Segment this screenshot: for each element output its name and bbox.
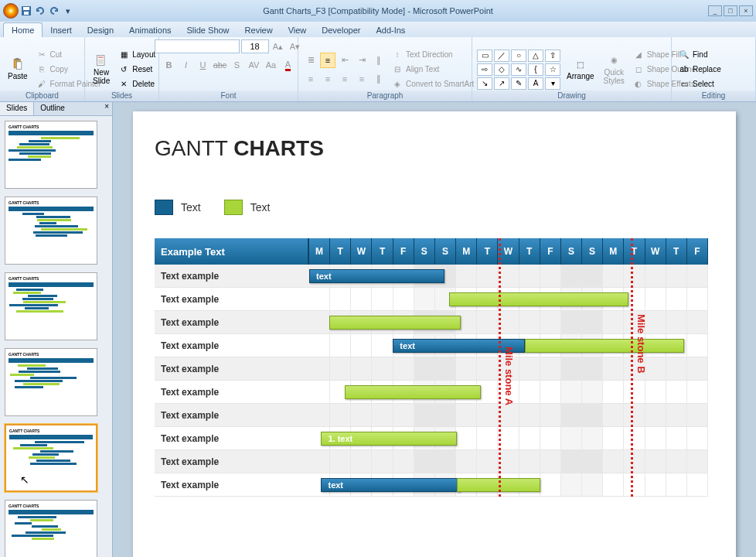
gantt-bar[interactable]: text bbox=[309, 269, 444, 283]
shape-tri[interactable]: △ bbox=[528, 50, 543, 62]
gantt-bar[interactable]: text bbox=[321, 478, 461, 492]
shape-conn2[interactable]: ↗ bbox=[494, 77, 509, 90]
underline-button[interactable]: U bbox=[196, 57, 211, 73]
new-slide-button[interactable]: New Slide bbox=[90, 53, 113, 87]
replace-button[interactable]: abReplace bbox=[676, 63, 723, 77]
font-size-combo[interactable] bbox=[241, 39, 269, 53]
slide-thumbnail[interactable]: GANTT CHARTS bbox=[5, 272, 97, 340]
shape-callout[interactable]: ◇ bbox=[494, 63, 509, 76]
milestone-label[interactable]: Mile stone A bbox=[503, 347, 515, 405]
shape-arrow-up[interactable]: ⇧ bbox=[545, 50, 560, 62]
shape-brace[interactable]: { bbox=[528, 63, 543, 76]
reset-button[interactable]: ↺Reset bbox=[116, 63, 157, 77]
close-button[interactable]: × bbox=[739, 5, 753, 16]
convert-smartart-button[interactable]: ◈Convert to SmartArt bbox=[390, 77, 475, 91]
tab-design[interactable]: Design bbox=[80, 23, 121, 37]
qat-dropdown-icon[interactable]: ▾ bbox=[62, 5, 74, 17]
bullets-button[interactable]: ≣ bbox=[303, 53, 318, 68]
office-button[interactable] bbox=[3, 3, 19, 19]
columns-button[interactable]: ‖ bbox=[371, 71, 387, 87]
shape-text[interactable]: A bbox=[528, 77, 543, 90]
numbering-button[interactable]: ≡ bbox=[320, 53, 335, 68]
find-button[interactable]: 🔍Find bbox=[676, 48, 723, 62]
gantt-bar[interactable] bbox=[345, 385, 480, 399]
slide-thumbnail[interactable]: GANTT CHARTS bbox=[5, 196, 97, 265]
copy-icon: ⎘ bbox=[36, 63, 48, 76]
gantt-row: Text example bbox=[155, 381, 708, 404]
char-spacing-button[interactable]: AV bbox=[247, 57, 262, 73]
font-color-button[interactable]: A bbox=[281, 57, 296, 73]
change-case-button[interactable]: Aa bbox=[264, 57, 279, 73]
shape-free[interactable]: ✎ bbox=[511, 77, 526, 90]
slide-area[interactable]: GANTT CHARTS TextText Example Text MTWTF… bbox=[113, 102, 756, 557]
gantt-bar[interactable] bbox=[525, 339, 684, 353]
tab-review[interactable]: Review bbox=[237, 23, 281, 37]
slide-title[interactable]: GANTT CHARTS bbox=[155, 136, 714, 161]
milestone-line[interactable] bbox=[499, 238, 501, 497]
tab-insert[interactable]: Insert bbox=[43, 23, 80, 37]
paste-button[interactable]: Paste bbox=[5, 56, 31, 82]
tab-outline[interactable]: Outline bbox=[34, 102, 71, 115]
shape-oval[interactable]: ○ bbox=[511, 50, 526, 62]
align-right-button[interactable]: ≡ bbox=[337, 71, 352, 87]
redo-icon[interactable] bbox=[48, 5, 60, 17]
shapes-more[interactable]: ▾ bbox=[545, 77, 560, 90]
slides-pane: Slides Outline × GANTT CHARTSGANTT CHART… bbox=[0, 102, 113, 557]
bold-button[interactable]: B bbox=[162, 57, 177, 73]
select-button[interactable]: ▭Select bbox=[676, 77, 723, 91]
layout-icon: ▦ bbox=[117, 49, 130, 61]
undo-icon[interactable] bbox=[34, 5, 46, 17]
gantt-bar[interactable] bbox=[329, 316, 461, 330]
align-left-button[interactable]: ≡ bbox=[303, 71, 318, 87]
slide-thumbnail[interactable]: GANTT CHARTS bbox=[5, 424, 97, 492]
task-label: Text example bbox=[155, 311, 309, 333]
tab-animations[interactable]: Animations bbox=[121, 23, 179, 37]
shape-star[interactable]: ☆ bbox=[545, 63, 560, 76]
italic-button[interactable]: I bbox=[179, 57, 194, 73]
slide-thumbnail[interactable]: GANTT CHARTS bbox=[5, 121, 97, 189]
layout-button[interactable]: ▦Layout bbox=[116, 48, 157, 62]
milestone-line[interactable] bbox=[631, 238, 633, 497]
shape-conn1[interactable]: ↘ bbox=[477, 77, 492, 90]
strike-button[interactable]: abc bbox=[213, 57, 228, 73]
tab-home[interactable]: Home bbox=[3, 22, 43, 37]
decrease-indent-button[interactable]: ⇤ bbox=[337, 53, 352, 68]
thumbnails[interactable]: GANTT CHARTSGANTT CHARTSGANTT CHARTSGANT… bbox=[0, 116, 112, 557]
arrange-button[interactable]: ⬚Arrange bbox=[564, 56, 598, 82]
gantt-bar[interactable] bbox=[449, 292, 628, 306]
gantt-chart[interactable]: Example Text MTWTFSSMTWTFSSMTWTF Text ex… bbox=[155, 238, 708, 497]
slide-thumbnail[interactable]: GANTT CHARTS bbox=[5, 500, 97, 557]
grow-font-button[interactable]: A▴ bbox=[271, 39, 286, 54]
save-icon[interactable] bbox=[20, 5, 32, 17]
shape-arrow-r[interactable]: ⇨ bbox=[477, 63, 492, 76]
milestone-label[interactable]: Mile stone B bbox=[635, 314, 647, 374]
minimize-button[interactable]: _ bbox=[708, 5, 722, 16]
tab-add-ins[interactable]: Add-Ins bbox=[368, 23, 413, 37]
shape-rect[interactable]: ▭ bbox=[477, 50, 492, 62]
tab-slides[interactable]: Slides bbox=[0, 102, 34, 115]
quick-styles-button[interactable]: ◉Quick Styles bbox=[601, 53, 628, 87]
shape-line[interactable]: ／ bbox=[494, 50, 509, 62]
align-text-button[interactable]: ⊟Align Text bbox=[390, 63, 475, 77]
gantt-bar[interactable]: 1. text bbox=[321, 432, 456, 446]
line-spacing-button[interactable]: ‖ bbox=[371, 53, 387, 68]
tab-slide-show[interactable]: Slide Show bbox=[179, 23, 237, 37]
align-center-button[interactable]: ≡ bbox=[320, 71, 335, 87]
replace-icon: ab bbox=[678, 63, 690, 76]
delete-button[interactable]: ✕Delete bbox=[116, 77, 157, 91]
tab-view[interactable]: View bbox=[281, 23, 315, 37]
align-text-icon: ⊟ bbox=[391, 63, 404, 76]
close-pane-icon[interactable]: × bbox=[101, 102, 112, 115]
day-header: F bbox=[393, 238, 414, 265]
slide-thumbnail[interactable]: GANTT CHARTS bbox=[5, 348, 97, 416]
maximize-button[interactable]: □ bbox=[724, 5, 737, 16]
tab-developer[interactable]: Developer bbox=[314, 23, 368, 37]
text-direction-button[interactable]: ↕Text Direction bbox=[390, 48, 475, 62]
shape-curve[interactable]: ∿ bbox=[511, 63, 526, 76]
font-family-combo[interactable] bbox=[155, 39, 240, 53]
justify-button[interactable]: ≡ bbox=[354, 71, 369, 87]
day-header: T bbox=[666, 238, 687, 265]
shadow-button[interactable]: S bbox=[230, 57, 245, 73]
increase-indent-button[interactable]: ⇥ bbox=[354, 53, 369, 68]
slide-canvas[interactable]: GANTT CHARTS TextText Example Text MTWTF… bbox=[133, 111, 736, 557]
